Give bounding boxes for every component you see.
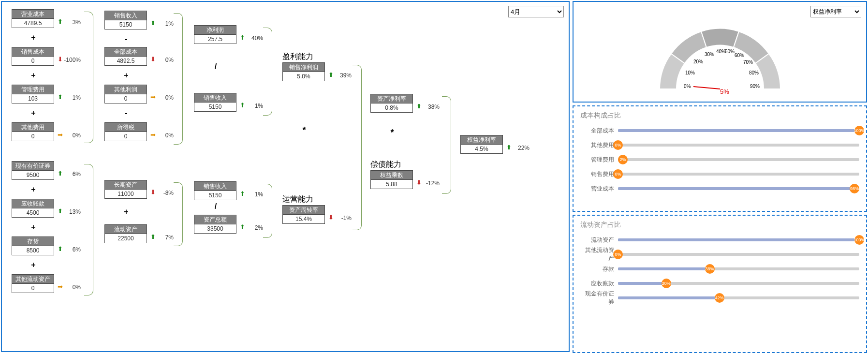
arrow-up-icon: ⬆ (240, 223, 245, 231)
indicator-select[interactable]: 权益净利率 (810, 6, 861, 17)
bar-track: 100% (618, 238, 859, 241)
bar-track: 0% (618, 173, 859, 176)
caption-debt: 偿债能力 (370, 160, 401, 170)
node-net-margin: 销售净利润5.0%⬆39% (282, 62, 325, 81)
mult-op: * (299, 125, 309, 135)
node-other-expense: 其他费用0➡0% (12, 122, 54, 141)
arrow-down-icon: ⬇ (416, 179, 422, 186)
bar-row: 其他费用0% (580, 139, 859, 151)
node-income-tax: 所得税0➡0% (104, 122, 147, 141)
bar-label: 销售费用 (580, 170, 618, 178)
arrow-up-icon: ⬆ (58, 245, 63, 252)
svg-text:30%: 30% (705, 52, 714, 57)
arrow-up-icon: ⬆ (58, 93, 63, 101)
brace-icon (263, 184, 272, 238)
node-mgmt-expense: 管理费用103⬆1% (12, 85, 54, 103)
node-total-asset: 资产总额33500⬆2% (194, 215, 236, 234)
bar-label: 全部成本 (580, 127, 618, 135)
arrow-up-icon: ⬆ (506, 144, 512, 151)
node-total-cost: 全部成本4892.5⬇0% (104, 47, 147, 66)
bar-label: 现金有价证券 (580, 290, 618, 306)
cost-bar-panel: 成本构成占比 全部成本100%其他费用0%管理费用2%销售费用0%营业成本98% (573, 105, 867, 212)
caption-ops: 运营能力 (282, 194, 313, 205)
bar-track: 42% (618, 296, 859, 299)
node-net-profit: 净利润257.5⬆40% (194, 25, 236, 44)
bar-row: 现金有价证券42% (580, 292, 859, 304)
arrow-up-icon: ⬆ (58, 170, 63, 177)
node-sales-cost: 销售成本0⬇-100% (12, 47, 54, 66)
node-sales-rev-3: 销售收入5150⬆1% (194, 181, 236, 200)
svg-text:50%: 50% (725, 49, 735, 54)
plus-op: + (29, 109, 38, 118)
arrow-down-icon: ⬇ (150, 189, 156, 196)
node-operating-cost: 营业成本4789.5⬆3% (12, 9, 54, 28)
arrow-down-icon: ⬇ (328, 214, 334, 221)
bar-label: 营业成本 (580, 185, 618, 193)
node-receivables: 应收账款4500⬆13% (12, 199, 54, 218)
bar-label: 存款 (580, 265, 618, 273)
gauge-value: 5% (720, 88, 729, 95)
brace-icon (174, 182, 183, 246)
bar-row: 应收账款20% (580, 278, 859, 289)
node-roe: 权益净利率4.5%⬆22% (460, 135, 503, 154)
bar-value-dot: 0% (613, 169, 623, 179)
bar-row: 销售费用0% (580, 168, 859, 180)
arrow-right-icon: ➡ (150, 93, 156, 101)
arrow-up-icon: ⬆ (150, 233, 156, 240)
arrow-up-icon: ⬆ (150, 19, 156, 27)
bar-value-dot: 98% (850, 184, 859, 193)
arrow-down-icon: ⬇ (150, 56, 156, 63)
bar-value-dot: 2% (618, 155, 628, 164)
node-roa: 资产净利率0.8%⬆38% (370, 94, 413, 113)
bar-track: 2% (618, 158, 859, 161)
brace-icon (84, 164, 93, 295)
bar-value-dot: 20% (662, 279, 671, 288)
bar-track: 100% (618, 129, 859, 132)
minus-op: - (121, 35, 131, 44)
brace-icon (263, 28, 272, 116)
arrow-up-icon: ⬆ (240, 102, 245, 109)
bar-track: 0% (618, 144, 859, 147)
svg-text:70%: 70% (743, 59, 753, 65)
svg-text:20%: 20% (693, 59, 703, 64)
node-current-asset: 流动资产22500⬆7% (104, 224, 147, 243)
brace-icon (353, 65, 362, 230)
bar-track: 98% (618, 187, 859, 190)
arrow-up-icon: ⬆ (416, 103, 422, 110)
bar-label: 其他费用 (580, 141, 618, 149)
bar-value-dot: 42% (715, 293, 724, 303)
bar-value-dot: 0% (613, 250, 623, 259)
plus-op: + (29, 71, 38, 80)
brace-icon (174, 13, 183, 145)
arrow-right-icon: ➡ (150, 131, 156, 138)
bar-value-dot: 100% (854, 235, 864, 245)
bar-label: 管理费用 (580, 156, 618, 164)
arrow-right-icon: ➡ (58, 131, 63, 138)
bar-value-dot: 0% (613, 140, 623, 150)
bar-row: 管理费用2% (580, 154, 859, 165)
chart-title: 流动资产占比 (580, 221, 859, 229)
node-inventory: 存货8500⬆6% (12, 236, 54, 255)
plus-op: + (29, 185, 38, 194)
dupont-tree-panel: 4月 营业成本4789.5⬆3% + 销售成本0⬇-100% + 管理费用103… (1, 1, 570, 352)
node-securities: 现有有价证券9500⬆6% (12, 161, 54, 180)
div-op: / (211, 62, 221, 71)
node-asset-turnover: 资产周转率15.4%⬇-1% (282, 205, 325, 224)
node-other-current: 其他流动资产0➡0% (12, 274, 54, 293)
month-select[interactable]: 4月 (508, 6, 564, 17)
bar-row: 营业成本98% (580, 183, 859, 194)
plus-op: + (121, 71, 131, 80)
gauge-needle (693, 87, 720, 89)
plus-op: + (29, 223, 38, 232)
node-sales-rev-2: 销售收入5150⬆1% (194, 93, 236, 112)
bar-label: 应收账款 (580, 280, 618, 288)
svg-text:90%: 90% (750, 84, 760, 89)
bar-track: 38% (618, 267, 859, 270)
bar-track: 20% (618, 282, 859, 285)
gauge-chart: 0% 10% 20% 30% 40% 50% 60% 70% 80% 90% 5… (647, 19, 793, 96)
bar-row: 流动资产100% (580, 234, 859, 246)
chart-title: 成本构成占比 (580, 111, 859, 120)
bar-row: 其他流动资产0% (580, 249, 859, 260)
svg-text:0%: 0% (684, 84, 691, 89)
arrow-up-icon: ⬆ (58, 18, 63, 25)
